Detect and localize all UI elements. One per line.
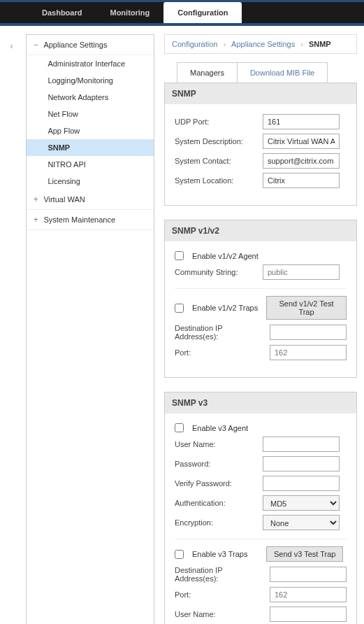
v3-trap-user-input[interactable] [270,607,347,622]
v3-password-label: Password: [175,460,259,468]
sidebar-group-label: Appliance Settings [43,41,107,49]
community-string-input[interactable] [263,264,340,280]
system-contact-input[interactable] [263,153,340,169]
udp-port-input[interactable] [263,114,340,129]
chevron-right-icon: › [300,40,303,48]
breadcrumb-appliance-settings[interactable]: Appliance Settings [231,40,295,48]
minus-icon: − [32,40,39,50]
breadcrumb-configuration[interactable]: Configuration [172,40,217,48]
system-description-input[interactable] [263,134,340,149]
tab-dashboard[interactable]: Dashboard [28,2,96,23]
enable-v1v2-agent-label: Enable v1/v2 Agent [192,252,259,260]
v3-enc-select[interactable]: None [263,515,340,530]
v3-auth-select[interactable]: MD5 [263,495,340,511]
system-description-label: System Description: [175,137,259,146]
breadcrumb-current: SNMP [309,40,331,48]
enable-v3-traps-label: Enable v3 Traps [192,550,262,558]
enable-v1v2-traps-label: Enable v1/v2 Traps [192,304,262,312]
system-location-label: System Location: [175,176,259,185]
chevron-left-icon: ‹ [10,41,13,51]
v3-enc-label: Encryption: [175,518,259,527]
v3-dest-ip-label: Destination IP Address(es): [175,566,265,583]
panel-title: SNMP v1/v2 [165,220,356,241]
plus-icon: + [32,194,39,204]
v3-trap-user-label: User Name: [175,610,265,618]
sidebar-item-snmp[interactable]: SNMP [27,139,154,156]
v3-password-input[interactable] [263,456,340,471]
enable-v3-agent-label: Enable v3 Agent [192,424,248,432]
enable-v3-agent-checkbox[interactable] [175,423,184,432]
sidebar-group-system-maintenance[interactable]: + System Maintenance [27,210,154,230]
v1v2-dest-ip-label: Destination IP Address(es): [175,324,265,341]
panel-snmp-v1v2: SNMP v1/v2 Enable v1/v2 Agent Community … [164,220,357,378]
panel-title: SNMP v3 [165,392,356,413]
sidebar-collapse-handle[interactable]: ‹ [7,36,16,57]
v3-trap-port-input[interactable] [270,587,347,602]
panel-snmp-v3: SNMP v3 Enable v3 Agent User Name: Passw… [164,392,357,624]
chevron-right-icon: › [223,40,226,48]
sidebar-item-nitro-api[interactable]: NITRO API [27,156,154,173]
v3-verify-password-input[interactable] [263,476,340,491]
system-contact-label: System Contact: [175,157,259,165]
enable-v1v2-traps-checkbox[interactable] [175,304,184,313]
sidebar-item-administrator-interface[interactable]: Administrator Interface [27,55,154,72]
tab-managers[interactable]: Managers [177,62,238,83]
udp-port-label: UDP Port: [175,118,259,126]
v3-dest-ip-input[interactable] [270,567,347,582]
v3-verify-password-label: Verify Password: [175,479,259,488]
v1v2-port-label: Port: [175,348,265,357]
community-string-label: Community String: [175,268,259,276]
sidebar-group-label: Virtual WAN [43,195,85,204]
sidebar-group-virtual-wan[interactable]: + Virtual WAN [27,190,154,210]
v3-user-label: User Name: [175,440,259,448]
tab-monitoring[interactable]: Monitoring [96,2,163,23]
content-tabs: Managers Download MIB File [177,62,357,83]
system-location-input[interactable] [263,173,340,188]
v3-auth-label: Authentication: [175,499,259,507]
tab-configuration[interactable]: Configuration [163,2,242,23]
sidebar-item-licensing[interactable]: Licensing [27,173,154,190]
sidebar: − Appliance Settings Administrator Inter… [26,34,154,624]
sidebar-item-net-flow[interactable]: Net Flow [27,106,154,122]
sidebar-group-appliance-settings[interactable]: − Appliance Settings [27,35,154,55]
panel-title: SNMP [165,83,356,104]
sidebar-group-label: System Maintenance [43,215,115,224]
plus-icon: + [32,215,39,225]
breadcrumb: Configuration › Appliance Settings › SNM… [164,34,357,54]
enable-v3-traps-checkbox[interactable] [175,550,184,559]
panel-snmp: SNMP UDP Port: System Description: Syste… [164,83,357,206]
v1v2-port-input[interactable] [270,345,347,360]
v3-user-input[interactable] [263,437,340,452]
sidebar-item-network-adapters[interactable]: Network Adapters [27,89,154,106]
top-nav: Dashboard Monitoring Configuration [0,0,364,26]
v3-trap-port-label: Port: [175,590,265,599]
send-v1v2-test-trap-button[interactable]: Send v1/v2 Test Trap [266,296,347,320]
sidebar-item-app-flow[interactable]: App Flow [27,122,154,139]
v1v2-dest-ip-input[interactable] [270,325,347,340]
tab-download-mib[interactable]: Download MIB File [238,62,328,83]
enable-v1v2-agent-checkbox[interactable] [175,251,184,260]
send-v3-test-trap-button[interactable]: Send v3 Test Trap [266,546,343,562]
sidebar-item-logging-monitoring[interactable]: Logging/Monitoring [27,72,154,89]
